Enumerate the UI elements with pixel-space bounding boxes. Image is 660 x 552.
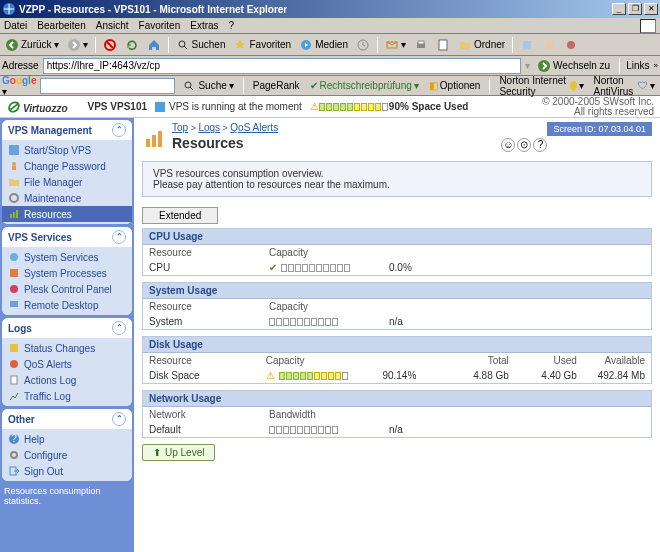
panel-toggle-icon[interactable]: ⌃ (112, 321, 126, 335)
menu-bearbeiten[interactable]: Bearbeiten (37, 20, 85, 31)
menu-help[interactable]: ? (229, 20, 235, 31)
svg-rect-22 (16, 210, 18, 218)
address-label: Adresse (2, 60, 39, 71)
sidebar-footer: Resources consumption statistics. (2, 484, 132, 508)
vps-status-icon (155, 102, 165, 112)
sidebar-item-qos-alerts[interactable]: QoS Alerts (2, 356, 132, 372)
sidebar-item-configure[interactable]: Configure (2, 447, 132, 463)
svg-rect-20 (10, 214, 12, 218)
sidebar-item-remote-desktop[interactable]: Remote Desktop (2, 297, 132, 313)
bc-logs[interactable]: Logs (198, 122, 220, 133)
bc-top[interactable]: Top (172, 122, 188, 133)
svg-point-28 (10, 360, 18, 368)
address-input[interactable] (43, 58, 521, 74)
mail-button[interactable]: ▾ (382, 37, 409, 53)
vps-label: VPS VPS101 (88, 101, 147, 112)
warning-icon: ⚠ (310, 101, 319, 112)
minimize-button[interactable]: _ (612, 3, 626, 15)
window-title: VZPP - Resources - VPS101 - Microsoft In… (19, 4, 610, 15)
svg-point-25 (10, 285, 18, 293)
sidebar-item-change-password[interactable]: Change Password (2, 158, 132, 174)
sidebar-item-file-manager[interactable]: File Manager (2, 174, 132, 190)
extra1-button[interactable] (517, 37, 537, 53)
svg-rect-35 (152, 135, 156, 147)
network-usage-block: Network Usage NetworkBandwidth Defaultn/… (142, 390, 652, 438)
history-button[interactable] (353, 37, 373, 53)
norton-security-button[interactable]: Norton Internet Security ▾ (496, 74, 586, 98)
norton-antivirus-button[interactable]: Norton AntiVirus 🛡 ▾ (591, 74, 658, 98)
panel-logs: Logs⌃ Status Changes QoS Alerts Actions … (2, 318, 132, 406)
panel-title: VPS Services (8, 232, 72, 243)
svg-point-23 (10, 253, 18, 261)
menu-datei[interactable]: Datei (4, 20, 27, 31)
home-button[interactable] (144, 37, 164, 53)
system-usage-block: System Usage ResourceCapacity Systemn/a (142, 282, 652, 330)
panel-toggle-icon[interactable]: ⌃ (112, 123, 126, 137)
sidebar-item-start-stop[interactable]: Start/Stop VPS (2, 142, 132, 158)
folders-button[interactable]: Ordner (455, 37, 508, 53)
sidebar-item-actions-log[interactable]: Actions Log (2, 372, 132, 388)
spellcheck-button[interactable]: ✔ Rechtschreibprüfung ▾ (307, 79, 422, 92)
screen-id: Screen ID: 07.03.04.01 (547, 122, 652, 136)
menu-extras[interactable]: Extras (190, 20, 218, 31)
resources-icon (142, 127, 166, 151)
warning-icon: ⚠ (266, 370, 275, 381)
sidebar-item-maintenance[interactable]: Maintenance (2, 190, 132, 206)
menu-favoriten[interactable]: Favoriten (139, 20, 181, 31)
media-button[interactable]: Medien (296, 37, 351, 53)
svg-text:?: ? (11, 433, 17, 444)
svg-rect-10 (439, 40, 447, 50)
maximize-button[interactable]: ❐ (628, 3, 642, 15)
menu-ansicht[interactable]: Ansicht (96, 20, 129, 31)
svg-point-17 (12, 162, 16, 166)
search-button[interactable]: Suchen (173, 37, 229, 53)
svg-rect-12 (545, 41, 553, 49)
sidebar-item-signout[interactable]: Sign Out (2, 463, 132, 479)
edit-button[interactable] (433, 37, 453, 53)
sidebar-item-system-services[interactable]: System Services (2, 249, 132, 265)
stop-button[interactable] (100, 37, 120, 53)
extra2-button[interactable] (539, 37, 559, 53)
favorites-button[interactable]: Favoriten (230, 37, 294, 53)
bc-qos[interactable]: QoS Alerts (230, 122, 278, 133)
refresh-button[interactable] (122, 37, 142, 53)
action-icon-1[interactable]: ☺ (501, 138, 515, 152)
info-box: VPS resources consumption overview. Plea… (142, 161, 652, 197)
panel-toggle-icon[interactable]: ⌃ (112, 230, 126, 244)
action-icon-3[interactable]: ? (533, 138, 547, 152)
action-icon-2[interactable]: ⊙ (517, 138, 531, 152)
extra3-button[interactable] (561, 37, 581, 53)
links-label[interactable]: Links (626, 60, 649, 71)
sidebar-item-help[interactable]: ?Help (2, 431, 132, 447)
sidebar-item-plesk[interactable]: Plesk Control Panel (2, 281, 132, 297)
google-search-button[interactable]: Suche ▾ (179, 78, 236, 94)
svg-rect-24 (10, 269, 18, 277)
sidebar: VPS Management⌃ Start/Stop VPS Change Pa… (0, 118, 134, 552)
close-button[interactable]: ✕ (644, 3, 658, 15)
svg-rect-18 (12, 166, 16, 170)
back-button[interactable]: Zurück ▾ (2, 37, 62, 53)
svg-rect-21 (13, 212, 15, 218)
panel-toggle-icon[interactable]: ⌃ (112, 412, 126, 426)
forward-button[interactable]: ▾ (64, 37, 91, 53)
throbber-icon (640, 19, 656, 33)
up-level-button[interactable]: ⬆Up Level (142, 444, 215, 461)
options-button[interactable]: ◧ Optionen (426, 79, 484, 92)
block-title: CPU Usage (143, 229, 651, 245)
google-search-input[interactable] (40, 78, 175, 94)
extended-button[interactable]: Extended (142, 207, 218, 224)
panel-title: Logs (8, 323, 32, 334)
block-title: Network Usage (143, 391, 651, 407)
address-dropdown-icon[interactable]: ▾ (525, 60, 530, 71)
sidebar-item-resources[interactable]: Resources (2, 206, 132, 222)
sidebar-item-system-processes[interactable]: System Processes (2, 265, 132, 281)
vps-running-status: VPS is running at the moment (169, 101, 302, 112)
panel-title: Other (8, 414, 35, 425)
cpu-usage-block: CPU Usage ResourceCapacity CPU✔0.0% (142, 228, 652, 276)
app-header: ⊘ Virtuozzo VPS VPS101 VPS is running at… (0, 96, 660, 118)
sidebar-item-traffic-log[interactable]: Traffic Log (2, 388, 132, 404)
sidebar-item-status-changes[interactable]: Status Changes (2, 340, 132, 356)
go-button[interactable]: Wechseln zu (534, 58, 613, 74)
pagerank-button[interactable]: PageRank (250, 79, 303, 92)
print-button[interactable] (411, 37, 431, 53)
